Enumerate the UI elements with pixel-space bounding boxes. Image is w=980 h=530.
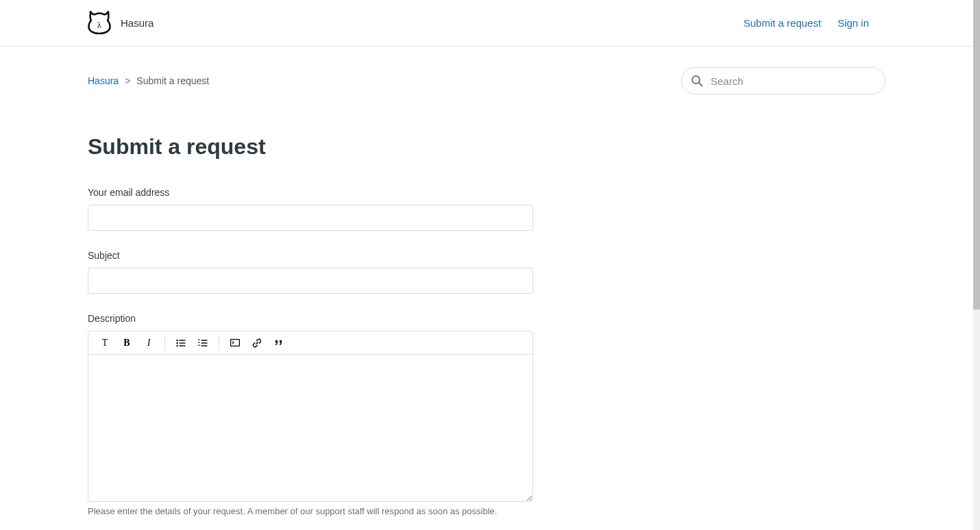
svg-rect-10	[201, 340, 208, 340]
email-field[interactable]	[88, 205, 533, 231]
brand-name: Hasura	[121, 17, 154, 29]
subject-field[interactable]	[88, 268, 533, 294]
description-field-group: Description T B I	[88, 313, 533, 516]
nav-submit-request-link[interactable]: Submit a request	[744, 17, 821, 29]
code-block-button[interactable]	[224, 333, 246, 353]
header: λ Hasura Submit a request Sign in	[0, 0, 973, 47]
scrollbar-thumb[interactable]	[973, 0, 980, 310]
search-field-wrap	[681, 67, 885, 94]
quote-button[interactable]	[268, 333, 290, 353]
request-form: Your email address Subject Description T…	[88, 187, 533, 530]
page-title: Submit a request	[88, 134, 885, 160]
bulleted-list-button[interactable]	[170, 333, 192, 353]
description-field[interactable]	[88, 355, 532, 501]
svg-rect-11	[198, 342, 200, 342]
subject-label: Subject	[88, 250, 533, 261]
email-field-group: Your email address	[88, 187, 533, 231]
search-icon	[691, 75, 703, 87]
svg-point-3	[176, 339, 177, 340]
svg-point-5	[176, 342, 177, 343]
svg-line-2	[699, 83, 702, 86]
svg-rect-8	[180, 345, 186, 346]
text-style-button[interactable]: T	[94, 333, 116, 353]
numbered-list-button[interactable]	[192, 333, 214, 353]
brand[interactable]: λ Hasura	[88, 10, 154, 37]
breadcrumb-root-link[interactable]: Hasura	[88, 75, 119, 86]
email-label: Your email address	[88, 187, 533, 198]
subheader: Hasura > Submit a request	[0, 67, 973, 94]
bold-button[interactable]: B	[116, 333, 138, 353]
svg-point-7	[176, 344, 177, 346]
brand-logo-icon: λ	[88, 10, 111, 37]
breadcrumb: Hasura > Submit a request	[88, 75, 209, 86]
svg-rect-14	[201, 345, 208, 346]
svg-rect-15	[231, 340, 240, 346]
link-button[interactable]	[246, 333, 268, 353]
toolbar-separator	[164, 336, 165, 351]
nav-signin-link[interactable]: Sign in	[837, 17, 869, 29]
svg-rect-6	[180, 342, 186, 343]
svg-rect-4	[180, 340, 186, 340]
italic-button[interactable]: I	[138, 333, 160, 353]
main: Submit a request Your email address Subj…	[0, 134, 973, 530]
rich-text-editor: T B I	[88, 331, 533, 502]
svg-rect-9	[198, 339, 200, 340]
svg-text:λ: λ	[97, 20, 102, 30]
breadcrumb-separator: >	[125, 75, 130, 86]
search-input[interactable]	[681, 67, 885, 94]
subject-field-group: Subject	[88, 250, 533, 294]
description-hint: Please enter the details of your request…	[88, 506, 533, 516]
description-label: Description	[88, 313, 533, 324]
toolbar-separator	[219, 336, 219, 351]
svg-rect-12	[201, 342, 208, 343]
scrollbar-track[interactable]	[973, 0, 980, 530]
editor-toolbar: T B I	[88, 331, 532, 355]
svg-rect-13	[198, 344, 200, 345]
breadcrumb-current: Submit a request	[136, 75, 209, 86]
header-nav: Submit a request Sign in	[744, 17, 869, 29]
